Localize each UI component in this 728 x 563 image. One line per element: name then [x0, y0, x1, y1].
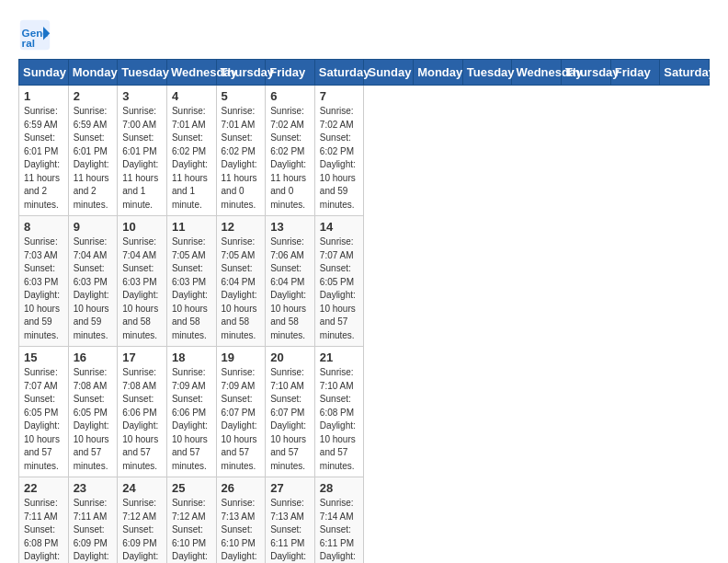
day-info: Sunrise: 7:13 AM Sunset: 6:10 PM Dayligh…	[222, 497, 261, 563]
calendar-cell: 15Sunrise: 7:07 AM Sunset: 6:05 PM Dayli…	[19, 347, 69, 477]
calendar-cell: 21Sunrise: 7:10 AM Sunset: 6:08 PM Dayli…	[314, 347, 364, 477]
calendar-cell: 1Sunrise: 6:59 AM Sunset: 6:01 PM Daylig…	[19, 86, 69, 216]
day-number: 1	[24, 89, 63, 103]
header-tuesday: Tuesday	[462, 60, 512, 86]
calendar-cell: 26Sunrise: 7:13 AM Sunset: 6:10 PM Dayli…	[216, 477, 266, 564]
header-saturday: Saturday	[660, 60, 710, 86]
day-info: Sunrise: 6:59 AM Sunset: 6:01 PM Dayligh…	[24, 105, 63, 212]
calendar-cell: 6Sunrise: 7:02 AM Sunset: 6:02 PM Daylig…	[266, 86, 315, 216]
week-row-3: 15Sunrise: 7:07 AM Sunset: 6:05 PM Dayli…	[19, 347, 710, 477]
week-row-2: 8Sunrise: 7:03 AM Sunset: 6:03 PM Daylig…	[19, 216, 710, 347]
day-number: 17	[122, 350, 162, 364]
day-number: 24	[122, 481, 162, 495]
day-info: Sunrise: 7:01 AM Sunset: 6:02 PM Dayligh…	[172, 105, 211, 212]
day-info: Sunrise: 7:10 AM Sunset: 6:08 PM Dayligh…	[320, 366, 359, 473]
calendar-cell: 2Sunrise: 6:59 AM Sunset: 6:01 PM Daylig…	[68, 86, 118, 216]
page-header: Gene ral	[18, 18, 710, 52]
calendar-cell: 4Sunrise: 7:01 AM Sunset: 6:02 PM Daylig…	[166, 86, 216, 216]
day-info: Sunrise: 7:11 AM Sunset: 6:08 PM Dayligh…	[24, 497, 63, 563]
week-row-4: 22Sunrise: 7:11 AM Sunset: 6:08 PM Dayli…	[19, 477, 710, 564]
calendar-cell: 18Sunrise: 7:09 AM Sunset: 6:06 PM Dayli…	[166, 347, 216, 477]
day-info: Sunrise: 7:11 AM Sunset: 6:09 PM Dayligh…	[74, 497, 113, 563]
day-number: 28	[320, 481, 359, 495]
header-monday: Monday	[414, 60, 463, 86]
calendar-cell: 19Sunrise: 7:09 AM Sunset: 6:07 PM Dayli…	[216, 347, 266, 477]
week-row-1: 1Sunrise: 6:59 AM Sunset: 6:01 PM Daylig…	[19, 86, 710, 216]
header-saturday: Saturday	[314, 60, 364, 86]
header-friday: Friday	[610, 60, 660, 86]
day-info: Sunrise: 7:03 AM Sunset: 6:03 PM Dayligh…	[24, 236, 63, 342]
day-number: 12	[222, 220, 261, 234]
calendar-cell: 14Sunrise: 7:07 AM Sunset: 6:05 PM Dayli…	[314, 216, 364, 347]
day-number: 22	[24, 481, 63, 495]
day-number: 13	[270, 220, 310, 234]
calendar-cell: 3Sunrise: 7:00 AM Sunset: 6:01 PM Daylig…	[118, 86, 167, 216]
day-number: 2	[74, 89, 113, 103]
day-info: Sunrise: 6:59 AM Sunset: 6:01 PM Dayligh…	[74, 105, 113, 212]
day-info: Sunrise: 7:12 AM Sunset: 6:09 PM Dayligh…	[122, 497, 162, 563]
calendar-cell: 20Sunrise: 7:10 AM Sunset: 6:07 PM Dayli…	[266, 347, 315, 477]
day-info: Sunrise: 7:04 AM Sunset: 6:03 PM Dayligh…	[74, 236, 113, 342]
calendar-cell: 22Sunrise: 7:11 AM Sunset: 6:08 PM Dayli…	[19, 477, 69, 564]
day-number: 26	[222, 481, 261, 495]
svg-text:ral: ral	[22, 37, 35, 49]
day-number: 9	[74, 220, 113, 234]
day-number: 14	[320, 220, 359, 234]
calendar-cell: 28Sunrise: 7:14 AM Sunset: 6:11 PM Dayli…	[314, 477, 364, 564]
calendar-cell: 23Sunrise: 7:11 AM Sunset: 6:09 PM Dayli…	[68, 477, 118, 564]
day-info: Sunrise: 7:07 AM Sunset: 6:05 PM Dayligh…	[24, 366, 63, 473]
calendar-cell: 17Sunrise: 7:08 AM Sunset: 6:06 PM Dayli…	[118, 347, 167, 477]
day-info: Sunrise: 7:07 AM Sunset: 6:05 PM Dayligh…	[320, 236, 359, 342]
header-thursday: Thursday	[216, 60, 266, 86]
header-row: SundayMondayTuesdayWednesdayThursdayFrid…	[19, 60, 710, 86]
day-number: 23	[74, 481, 113, 495]
day-number: 15	[24, 350, 63, 364]
header-friday: Friday	[266, 60, 315, 86]
calendar-table: SundayMondayTuesdayWednesdayThursdayFrid…	[18, 59, 710, 563]
day-info: Sunrise: 7:13 AM Sunset: 6:11 PM Dayligh…	[270, 497, 310, 563]
day-info: Sunrise: 7:08 AM Sunset: 6:05 PM Dayligh…	[74, 366, 113, 473]
header-monday: Monday	[68, 60, 118, 86]
day-number: 8	[24, 220, 63, 234]
calendar-cell: 13Sunrise: 7:06 AM Sunset: 6:04 PM Dayli…	[266, 216, 315, 347]
day-info: Sunrise: 7:12 AM Sunset: 6:10 PM Dayligh…	[172, 497, 211, 563]
day-number: 6	[270, 89, 310, 103]
header-sunday: Sunday	[364, 60, 414, 86]
calendar-cell: 10Sunrise: 7:04 AM Sunset: 6:03 PM Dayli…	[118, 216, 167, 347]
day-number: 27	[270, 481, 310, 495]
day-number: 5	[222, 89, 261, 103]
day-info: Sunrise: 7:02 AM Sunset: 6:02 PM Dayligh…	[270, 105, 310, 212]
calendar-cell: 7Sunrise: 7:02 AM Sunset: 6:02 PM Daylig…	[314, 86, 364, 216]
day-info: Sunrise: 7:02 AM Sunset: 6:02 PM Dayligh…	[320, 105, 359, 212]
day-number: 4	[172, 89, 211, 103]
header-thursday: Thursday	[562, 60, 611, 86]
day-info: Sunrise: 7:09 AM Sunset: 6:07 PM Dayligh…	[222, 366, 261, 473]
day-number: 19	[222, 350, 261, 364]
day-info: Sunrise: 7:08 AM Sunset: 6:06 PM Dayligh…	[122, 366, 162, 473]
day-info: Sunrise: 7:14 AM Sunset: 6:11 PM Dayligh…	[320, 497, 359, 563]
calendar-cell: 11Sunrise: 7:05 AM Sunset: 6:03 PM Dayli…	[166, 216, 216, 347]
calendar-cell: 8Sunrise: 7:03 AM Sunset: 6:03 PM Daylig…	[19, 216, 69, 347]
day-number: 3	[122, 89, 162, 103]
day-info: Sunrise: 7:05 AM Sunset: 6:04 PM Dayligh…	[222, 236, 261, 342]
day-number: 7	[320, 89, 359, 103]
day-number: 10	[122, 220, 162, 234]
calendar-cell: 16Sunrise: 7:08 AM Sunset: 6:05 PM Dayli…	[68, 347, 118, 477]
day-number: 11	[172, 220, 211, 234]
day-info: Sunrise: 7:01 AM Sunset: 6:02 PM Dayligh…	[222, 105, 261, 212]
day-number: 20	[270, 350, 310, 364]
header-wednesday: Wednesday	[166, 60, 216, 86]
header-sunday: Sunday	[19, 60, 69, 86]
calendar-cell: 24Sunrise: 7:12 AM Sunset: 6:09 PM Dayli…	[118, 477, 167, 564]
day-info: Sunrise: 7:05 AM Sunset: 6:03 PM Dayligh…	[172, 236, 211, 342]
day-info: Sunrise: 7:06 AM Sunset: 6:04 PM Dayligh…	[270, 236, 310, 342]
day-number: 21	[320, 350, 359, 364]
calendar-cell: 5Sunrise: 7:01 AM Sunset: 6:02 PM Daylig…	[216, 86, 266, 216]
day-info: Sunrise: 7:04 AM Sunset: 6:03 PM Dayligh…	[122, 236, 162, 342]
calendar-cell: 25Sunrise: 7:12 AM Sunset: 6:10 PM Dayli…	[166, 477, 216, 564]
day-number: 25	[172, 481, 211, 495]
day-info: Sunrise: 7:00 AM Sunset: 6:01 PM Dayligh…	[122, 105, 162, 212]
day-info: Sunrise: 7:09 AM Sunset: 6:06 PM Dayligh…	[172, 366, 211, 473]
header-wednesday: Wednesday	[512, 60, 562, 86]
calendar-cell: 27Sunrise: 7:13 AM Sunset: 6:11 PM Dayli…	[266, 477, 315, 564]
